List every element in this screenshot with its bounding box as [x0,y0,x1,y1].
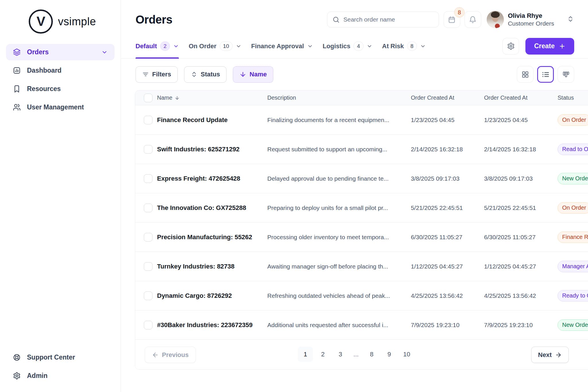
user-text: Olivia Rhye Customer Orders [508,12,554,27]
status-badge: Read to Order [558,144,588,155]
search-input[interactable] [343,16,434,23]
table-row[interactable]: Swift Industries: 625271292 Request subm… [135,135,588,164]
order-created-at-2: 2/14/2025 16:32:18 [484,146,558,153]
page-number[interactable]: 8 [364,347,379,362]
table-row[interactable]: The Innovation Co: GX725288 Preparing to… [135,193,588,223]
pagination: Previous 1 2 3 ... 8 9 10 Next [135,340,588,369]
list-view-button[interactable] [537,66,554,83]
sidebar-item-dashboard[interactable]: Dashboard [6,62,115,79]
column-header-description[interactable]: Description [267,94,411,101]
arrow-right-icon [555,352,562,358]
bookmark-icon [13,85,21,93]
filters-button[interactable]: Filters [136,66,178,83]
table-row[interactable]: Turnkey Industries: 82738 Awaiting manag… [135,252,588,281]
sidebar-item-label: Orders [27,48,95,56]
page-number[interactable]: 3 [333,347,348,362]
sidebar-item-admin[interactable]: Admin [6,368,115,384]
table-row[interactable]: Dynamic Cargo: 8726292 Refreshing outdat… [135,281,588,310]
order-name: Turnkey Industries: 82738 [157,263,267,270]
tab-label: Logistics [323,43,351,50]
calendar-icon [448,16,456,24]
topbar-actions: 8 Olivia Rhye Customer Orders [327,11,574,28]
chevron-down-icon [236,43,241,49]
page-ellipsis: ... [350,347,362,362]
page-number[interactable]: 1 [298,347,313,362]
status-filter-button[interactable]: Status [184,66,227,83]
page-number[interactable]: 2 [315,347,330,362]
chevron-down-icon [307,43,313,49]
status-badge: New Order [558,319,588,331]
previous-page-button[interactable]: Previous [145,347,196,363]
order-description: Delayed approval due to pending finance … [267,175,411,182]
sidebar-item-user-management[interactable]: User Management [6,99,115,115]
main-content: Orders 8 Olivia Rhye Customer [121,0,588,392]
arrow-down-icon [175,95,180,101]
row-checkbox[interactable] [144,116,152,124]
next-page-button[interactable]: Next [531,347,569,363]
user-menu[interactable]: Olivia Rhye Customer Orders [487,11,574,28]
sidebar-footer: Support Center Admin [6,349,115,384]
tab-on-order[interactable]: On Order 10 [189,34,241,59]
user-role: Customer Orders [508,20,554,27]
sidebar-item-resources[interactable]: Resources [6,81,115,97]
status-button-label: Status [201,71,220,78]
status-badge: New Order [558,173,588,184]
sidebar-item-label: Resources [27,85,108,93]
tab-count-badge: 2 [160,41,170,51]
tab-logistics[interactable]: Logistics 4 [323,34,372,59]
gear-icon [507,42,515,50]
order-description: Finalizing documents for a recent equipm… [267,117,411,123]
order-created-at-2: 1/12/2025 04:45:27 [484,263,558,270]
column-header-order-created-at[interactable]: Order Created At [411,94,484,101]
calendar-button[interactable]: 8 [444,11,460,28]
row-checkbox[interactable] [144,233,152,242]
tab-finance-approval[interactable]: Finance Approval [251,34,313,59]
chevron-down-icon [101,49,108,55]
bar-chart-icon [13,67,21,74]
order-description: Request submitted to support an upcoming… [267,146,411,153]
grid-view-button[interactable] [517,66,533,83]
search-icon [332,16,340,23]
create-button[interactable]: Create [525,38,574,55]
status-badge: On Order [558,114,588,126]
row-checkbox[interactable] [144,174,152,183]
page-number[interactable]: 10 [399,347,414,362]
tab-label: Default [136,43,157,50]
column-header-name[interactable]: Name [157,94,172,101]
table-row[interactable]: Precision Manufacturing: 55262 Processin… [135,223,588,252]
tab-count-badge: 4 [353,41,363,51]
column-header-order-created-at-2[interactable]: Order Created At [484,94,558,101]
filter-lines-icon [142,71,149,78]
table-row[interactable]: #30Baker Industries: 223672359 Additiona… [135,310,588,340]
chevrons-updown-icon [567,15,574,24]
kanban-view-button[interactable] [558,66,574,83]
sort-by-name-button[interactable]: Name [233,66,273,83]
previous-label: Previous [162,351,189,359]
row-checkbox[interactable] [144,291,152,300]
page-number[interactable]: 9 [382,347,397,362]
sidebar-item-label: Dashboard [27,67,108,74]
order-created-at: 1/23/2025 04:45 [411,117,484,123]
table-toolbar: Filters Status Name [121,59,588,83]
table-row[interactable]: Express Freight: 472625428 Delayed appro… [135,164,588,193]
row-checkbox[interactable] [144,262,152,271]
tab-count-badge: 10 [220,41,233,51]
tab-label: On Order [189,43,216,50]
view-toggles [517,66,574,83]
order-created-at-2: 7/9/2025 19:23:10 [484,322,558,329]
row-checkbox[interactable] [144,204,152,212]
sidebar: V vsimple Orders Dashboard Resources Use… [0,0,121,392]
tab-at-risk[interactable]: At Risk 8 [382,34,426,59]
column-header-status[interactable]: Status [558,94,588,101]
row-checkbox[interactable] [144,145,152,154]
order-created-at-2: 4/25/2025 13:56:42 [484,292,558,299]
sidebar-item-support-center[interactable]: Support Center [6,349,115,366]
select-all-checkbox[interactable] [144,94,152,102]
table-row[interactable]: Finance Record Update Finalizing documen… [135,105,588,135]
settings-button[interactable] [502,38,519,55]
sidebar-nav: Orders Dashboard Resources User Manageme… [0,44,121,115]
row-checkbox[interactable] [144,321,152,329]
notifications-button[interactable] [465,11,481,28]
sidebar-item-orders[interactable]: Orders [6,44,115,60]
tab-default[interactable]: Default 2 [136,34,179,59]
